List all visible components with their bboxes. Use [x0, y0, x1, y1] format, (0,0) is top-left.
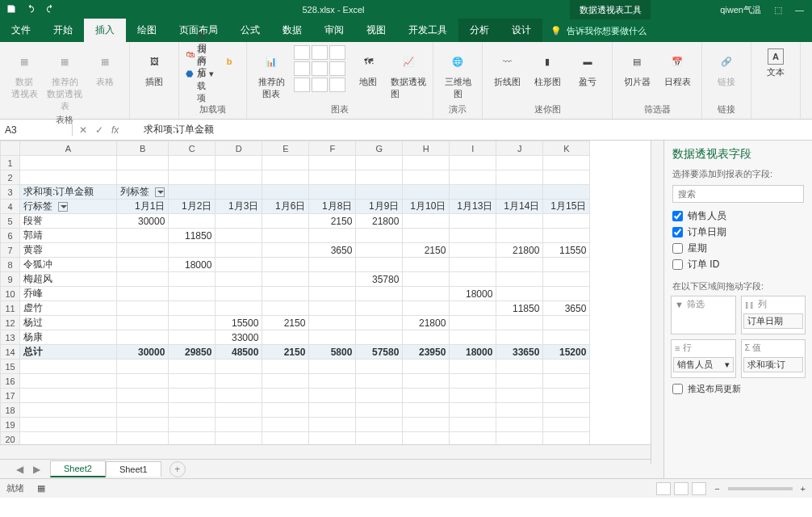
sheet-nav-next-icon[interactable]: ▶ [33, 464, 40, 475]
cell[interactable] [543, 229, 590, 243]
cell[interactable] [169, 432, 216, 445]
cell[interactable]: 11850 [496, 301, 543, 316]
cell[interactable] [169, 301, 216, 316]
cell[interactable] [403, 359, 450, 374]
cell[interactable] [20, 432, 117, 445]
tab-draw[interactable]: 绘图 [126, 19, 168, 42]
row-header[interactable]: 2 [1, 170, 20, 185]
cell[interactable] [496, 287, 543, 301]
cell[interactable] [403, 170, 450, 185]
cell[interactable]: 2150 [262, 316, 309, 330]
col-header[interactable]: I [450, 141, 496, 156]
cell[interactable] [117, 316, 169, 330]
row-header[interactable]: 8 [1, 258, 20, 272]
row-header[interactable]: 1 [1, 156, 20, 170]
cell[interactable] [403, 374, 450, 389]
cell[interactable] [169, 374, 216, 389]
col-filter-dropdown[interactable] [155, 187, 165, 197]
cell[interactable] [117, 432, 169, 445]
cell[interactable] [262, 258, 309, 272]
area-chart-button[interactable] [294, 61, 310, 76]
macro-icon[interactable]: ▦ [37, 483, 45, 494]
link-button[interactable]: 🔗链接 [709, 45, 744, 88]
fx-icon[interactable]: fx [111, 124, 119, 136]
cell[interactable] [403, 403, 450, 418]
sheet-nav-prev-icon[interactable]: ◀ [16, 464, 23, 475]
cell[interactable] [356, 258, 403, 272]
bar-chart-button[interactable] [294, 45, 310, 60]
cell[interactable] [216, 272, 262, 287]
columns-chip[interactable]: 订单日期 [743, 313, 804, 329]
cell[interactable] [309, 272, 356, 287]
cell[interactable] [403, 287, 450, 301]
cell[interactable] [169, 330, 216, 345]
enter-icon[interactable]: ✓ [95, 124, 103, 136]
cell[interactable] [403, 156, 450, 170]
cell[interactable] [496, 359, 543, 374]
cell[interactable] [117, 272, 169, 287]
cell[interactable] [262, 389, 309, 403]
cell[interactable]: 2150 [403, 243, 450, 258]
cell[interactable] [543, 185, 590, 200]
cell[interactable] [117, 258, 169, 272]
cell[interactable] [309, 432, 356, 445]
cell[interactable] [450, 243, 496, 258]
symbol-button[interactable]: Ω符号 [807, 45, 812, 88]
cell[interactable]: 2150 [309, 214, 356, 229]
cell[interactable] [403, 432, 450, 445]
cell[interactable] [309, 185, 356, 200]
cell[interactable] [356, 185, 403, 200]
cell[interactable] [543, 287, 590, 301]
cell[interactable] [117, 301, 169, 316]
cell[interactable] [496, 330, 543, 345]
cell[interactable]: 杨过 [20, 316, 117, 330]
cell[interactable] [356, 156, 403, 170]
cell[interactable]: 57580 [356, 345, 403, 359]
cell[interactable] [450, 214, 496, 229]
row-header[interactable]: 11 [1, 301, 20, 316]
cell[interactable] [543, 170, 590, 185]
cell[interactable] [169, 272, 216, 287]
cell[interactable] [496, 403, 543, 418]
zoom-in-button[interactable]: + [801, 484, 806, 494]
normal-view-button[interactable] [656, 482, 671, 495]
cell[interactable] [262, 185, 309, 200]
row-filter-dropdown[interactable] [58, 202, 68, 212]
cell[interactable] [356, 170, 403, 185]
cell[interactable]: 18000 [169, 258, 216, 272]
zoom-out-button[interactable]: − [714, 484, 719, 494]
sparkline-winloss-button[interactable]: ▬盈亏 [570, 45, 605, 88]
table-button[interactable]: ▦表格 [87, 45, 123, 88]
tab-developer[interactable]: 开发工具 [397, 19, 458, 42]
cell[interactable]: 郭靖 [20, 229, 117, 243]
cell[interactable] [309, 156, 356, 170]
cell[interactable] [543, 316, 590, 330]
cell[interactable]: 15200 [543, 345, 590, 359]
spreadsheet-grid[interactable]: ABCDEFGHIJK123求和项:订单金额列标签 4行标签 1月1日1月2日1… [0, 141, 663, 444]
name-box[interactable]: A3 [0, 124, 73, 136]
cell[interactable] [356, 374, 403, 389]
cell[interactable] [496, 389, 543, 403]
cell[interactable] [169, 214, 216, 229]
cell[interactable]: 行标签 [20, 200, 117, 214]
cell[interactable] [496, 432, 543, 445]
row-header[interactable]: 20 [1, 432, 20, 445]
cell[interactable] [262, 418, 309, 432]
cell[interactable]: 2150 [262, 345, 309, 359]
cell[interactable] [450, 418, 496, 432]
cell[interactable] [262, 272, 309, 287]
cell[interactable] [216, 418, 262, 432]
cell[interactable]: 35780 [356, 272, 403, 287]
row-header[interactable]: 18 [1, 403, 20, 418]
cell[interactable] [262, 287, 309, 301]
cell[interactable] [20, 403, 117, 418]
save-icon[interactable] [6, 4, 16, 16]
col-header[interactable]: J [496, 141, 543, 156]
cell[interactable] [450, 389, 496, 403]
cell[interactable] [216, 403, 262, 418]
cell[interactable]: 求和项:订单金额 [20, 185, 117, 200]
cell[interactable]: 23950 [403, 345, 450, 359]
cell[interactable] [262, 374, 309, 389]
user-name[interactable]: qiwen气温 [720, 4, 761, 16]
cell[interactable] [216, 156, 262, 170]
